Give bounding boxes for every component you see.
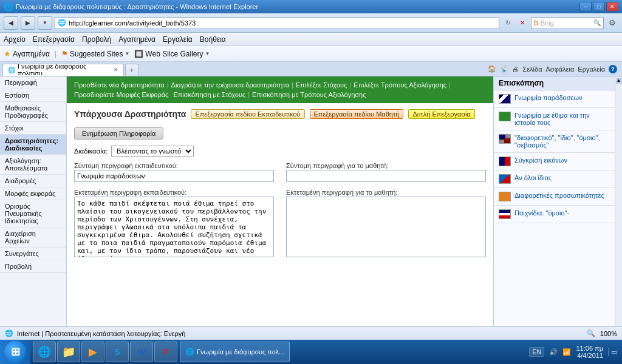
minimize-button[interactable]: ─ [579, 2, 592, 12]
right-panel-item-5[interactable]: Διαφορετικές προσωπικότητες [494, 188, 615, 206]
menu-edit[interactable]: Επεξεργασία [33, 35, 75, 44]
network-icon[interactable]: 📶 [562, 348, 571, 356]
sidebar-item-files[interactable]: Διαχείριση Αρχείων [0, 228, 66, 248]
short-student-col: Σύντομη περιγραφή για το μαθητή: [286, 161, 486, 182]
clock-time: 11:06 πμ [576, 345, 603, 352]
sidebar-item-ip[interactable]: Ορισμός Πνευματικής Ιδιοκτησίας [0, 200, 66, 228]
taskbar-app-word[interactable]: W [130, 342, 153, 362]
right-panel-link-4[interactable]: Αν όλοι ίδιοι; [514, 174, 552, 181]
edit-student-button[interactable]: Επεξεργασία πεδίου Μαθητή [310, 109, 404, 119]
scrollbar[interactable]: ▲ ▼ [615, 76, 622, 351]
green-nav-delete[interactable]: Διαγράψτε την τρέχουσα δραστηριότητα [171, 81, 289, 89]
left-sidebar: Περιγραφή Εστίαση Μαθησιακές Προδιαγραφέ… [0, 76, 67, 351]
right-panel-item-4[interactable]: Αν όλοι ίδιοι; [494, 170, 615, 188]
tools-icon[interactable]: ⚙ [606, 17, 618, 29]
sidebar-item-activities[interactable]: Δραστηριότητες: Διαδικασίες [0, 135, 66, 155]
right-panel-link-2[interactable]: "διαφορετικό", "ίδιο", "όμοιο", "σεβασμό… [514, 134, 610, 149]
main-area: Περιγραφή Εστίαση Μαθησιακές Προδιαγραφέ… [0, 76, 622, 351]
home-icon[interactable]: 🏠 [488, 65, 496, 73]
right-panel-link-6[interactable]: Παιχνίδια: "όμοιο"- [514, 209, 569, 217]
menu-help[interactable]: Βοήθεια [200, 35, 226, 44]
web-slice-gallery[interactable]: 🔲 Web Slice Gallery ▼ [134, 50, 210, 58]
close-button[interactable]: ✕ [606, 2, 618, 12]
menu-favorites[interactable]: Αγαπημένα [118, 35, 156, 44]
suggested-sites[interactable]: ⚑ Suggested Sites ▼ [61, 50, 129, 58]
zoom-level: 100% [600, 330, 617, 337]
clock-date: 4/4/2011 [576, 352, 603, 359]
search-field[interactable]: b Bing 🔍 [531, 17, 604, 29]
sidebar-item-goals[interactable]: Στόχοι [0, 122, 66, 135]
short-student-input[interactable] [286, 170, 486, 182]
green-nav-forms[interactable]: Προσδιορίστε Μορφές Εκφοράς [74, 91, 168, 98]
update-button[interactable]: Ενημέρωση Πληροφορία [74, 127, 163, 140]
tab-close-icon[interactable]: ✕ [114, 67, 118, 73]
long-edu-textarea[interactable]: Το κάθε παιδί σκέφτεται ποιά έθιμα τηρεί… [74, 197, 274, 257]
sidebar-item-learning[interactable]: Μαθησιακές Προδιαγραφές [0, 102, 66, 122]
long-student-textarea[interactable] [286, 197, 486, 257]
tools-button[interactable]: Εργαλεία [578, 66, 605, 73]
start-button[interactable]: ⊞ [0, 340, 30, 364]
right-panel-link-3[interactable]: Σύγκριση εικόνων [514, 157, 567, 164]
menu-tools[interactable]: Εργαλεία [163, 35, 193, 44]
page-button[interactable]: Σελίδα [522, 66, 542, 73]
right-panel-item-1[interactable]: Γνωριμία με έθιμα και την ιστορία τους [494, 108, 615, 130]
taskbar-window-label: Γνωριμία με διάφορους πολ... [197, 348, 284, 356]
print-icon[interactable]: 🖨 [512, 66, 519, 73]
green-nav-eval[interactable]: Επιλέξτε Τρόπους Αξιολόγησης [354, 81, 446, 89]
safety-button[interactable]: Ασφάλεια [546, 66, 575, 73]
address-bar: ◀ ▶ ▼ 🌐 http://cglearner.com/activity/ed… [0, 13, 622, 33]
right-panel-item-0[interactable]: Γνωριμία παράδοσεων [494, 90, 615, 108]
taskbar-app-skype[interactable]: S [106, 342, 129, 362]
sidebar-item-description[interactable]: Περιγραφή [0, 76, 66, 89]
title-bar: 🌐 Γνωριμία με διάφορους πολιτισμούς : Δρ… [0, 0, 622, 13]
taskbar-app-media[interactable]: ▶ [81, 342, 104, 362]
back-button[interactable]: ◀ [4, 16, 18, 30]
favorites-bar: ★ Αγαπημένα | ⚑ Suggested Sites ▼ 🔲 Web … [0, 46, 622, 62]
sidebar-item-partners[interactable]: Συνεργάτες [0, 248, 66, 260]
taskbar-window[interactable]: 🌐 Γνωριμία με διάφορους πολ... [180, 342, 290, 362]
green-nav-overview-goals[interactable]: Επισκόπηση με Στόχους [173, 91, 245, 98]
help-icon[interactable]: ? [609, 65, 617, 73]
menu-file[interactable]: Αρχείο [4, 35, 26, 44]
sound-icon[interactable]: 🔊 [549, 348, 558, 356]
taskbar-app-ppt[interactable]: P [154, 342, 177, 362]
right-panel-title: Επισκόπηση [494, 76, 615, 90]
forward-button[interactable]: ▶ [21, 16, 35, 30]
green-nav-overview-eval[interactable]: Επισκόπηση με Τρόπους Αξιολόγησης [252, 91, 366, 98]
right-panel-link-0[interactable]: Γνωριμία παράδοσεων [514, 94, 582, 101]
right-panel-link-5[interactable]: Διαφορετικές προσωπικότητες [514, 192, 604, 199]
right-panel-item-3[interactable]: Σύγκριση εικόνων [494, 153, 615, 170]
green-nav: Προσθέστε νέα δραστηριότητα | Διαγράψτε … [67, 76, 493, 103]
address-field[interactable]: 🌐 http://cglearner.com/activity/edit_bot… [55, 17, 499, 29]
rss-icon[interactable]: 📡 [500, 65, 508, 73]
edit-edu-button[interactable]: Επεξεργασία πεδίου Εκπαιδευτικού [191, 109, 304, 119]
favorites-button[interactable]: ★ Αγαπημένα [4, 49, 50, 58]
stop-button[interactable]: ✕ [516, 17, 528, 29]
short-desc-row: Σύντομη περιγραφή εκπαιδευτικού: Σύντομη… [74, 161, 486, 182]
active-tab[interactable]: 🌐 Γνωριμία με διαφορους πολιτισμ... ✕ [2, 64, 124, 76]
new-tab-button[interactable]: + [125, 64, 138, 76]
right-panel-item-2[interactable]: "διαφορετικό", "ίδιο", "όμοιο", "σεβασμό… [494, 130, 615, 153]
green-nav-add[interactable]: Προσθέστε νέα δραστηριότητα [74, 81, 165, 89]
content-area: Προσθέστε νέα δραστηριότητα | Διαγράψτε … [67, 76, 493, 351]
show-desktop-icon[interactable]: ▭ [608, 348, 617, 356]
restore-button[interactable]: □ [593, 2, 605, 12]
right-panel: Επισκόπηση Γνωριμία παράδοσεων Γνωριμία … [493, 76, 615, 351]
sidebar-item-evaluation[interactable]: Αξιολόγηση: Αποτελέσματα [0, 155, 66, 175]
procedure-select[interactable]: Βλέποντας το γνωστό [111, 146, 194, 157]
flag-icon-1 [499, 112, 511, 121]
green-nav-goals[interactable]: Επιλέξτε Στόχους [296, 81, 347, 89]
refresh-button[interactable]: ↻ [502, 17, 514, 29]
sidebar-item-view[interactable]: Προβολή [0, 260, 66, 273]
taskbar-app-folder[interactable]: 📁 [57, 342, 80, 362]
sidebar-item-forms[interactable]: Μορφές εκφοράς [0, 187, 66, 200]
short-edu-input[interactable] [74, 170, 274, 182]
menu-view[interactable]: Προβολή [82, 35, 111, 44]
dropdown-button[interactable]: ▼ [38, 16, 52, 30]
sidebar-item-focus[interactable]: Εστίαση [0, 89, 66, 102]
double-edit-button[interactable]: Διπλή Επεξεργασία [408, 109, 474, 119]
taskbar-app-ie[interactable]: 🌐 [33, 342, 56, 362]
sidebar-item-routes[interactable]: Διαδρομές [0, 175, 66, 187]
right-panel-link-1[interactable]: Γνωριμία με έθιμα και την ιστορία τους [514, 112, 610, 126]
right-panel-item-6[interactable]: Παιχνίδια: "όμοιο"- [494, 206, 615, 223]
